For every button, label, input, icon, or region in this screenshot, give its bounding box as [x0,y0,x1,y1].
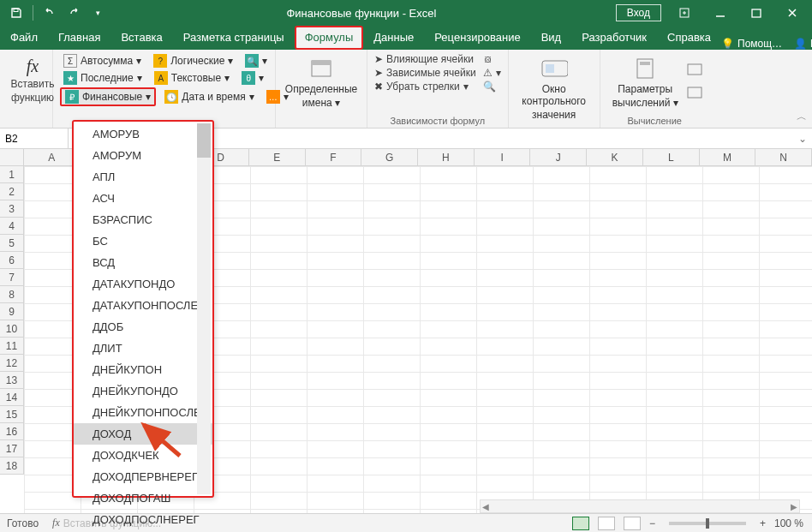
calc-now-button[interactable] [687,63,702,78]
close-icon[interactable] [779,0,805,26]
dropdown-scroll-thumb[interactable] [197,123,211,158]
financial-button[interactable]: ₽Финансовые ▾ [60,87,156,106]
redo-icon[interactable] [64,3,83,22]
qat-customize-icon[interactable]: ▾ [88,3,107,22]
row-header[interactable]: 9 [0,303,24,320]
tab-review[interactable]: Рецензирование [424,26,530,50]
dropdown-item[interactable]: ДОХОДПОСЛНЕРЕГ [74,509,212,530]
trace-dependents-button[interactable]: ➤Зависимые ячейки [374,67,476,79]
error-checking-button[interactable]: ⚠▾ [483,67,501,79]
row-header[interactable]: 13 [0,372,24,389]
dropdown-item[interactable]: ДАТАКУПОНПОСЛЕ [74,295,212,316]
math-button[interactable]: θ▾ [238,70,267,86]
row-header[interactable]: 12 [0,355,24,372]
dropdown-item[interactable]: АСЧ [74,188,212,209]
row-header[interactable]: 2 [0,183,24,200]
watch-window-button[interactable]: Окно контрольного значения [516,53,593,123]
dropdown-item[interactable]: ДОХОДПОГАШ [74,487,212,509]
text-button[interactable]: AТекстовые ▾ [151,70,233,86]
column-header[interactable]: L [643,149,700,165]
zoom-in-button[interactable]: + [760,517,766,529]
tab-file[interactable]: Файл [0,26,48,50]
status-fx-icon[interactable]: fx [52,517,60,529]
tab-insert[interactable]: Вставка [110,26,172,50]
ribbon-options-icon[interactable] [672,0,697,26]
dropdown-item[interactable]: ДАТАКУПОНДО [74,273,212,295]
view-page-layout-button[interactable] [598,517,615,530]
row-header[interactable]: 7 [0,269,24,286]
column-header[interactable]: M [700,149,756,165]
row-header[interactable]: 14 [0,389,24,406]
dropdown-scrollbar[interactable] [197,123,211,494]
view-page-break-button[interactable] [624,517,641,530]
column-header[interactable]: E [249,149,306,165]
collapse-ribbon-icon[interactable]: ︿ [797,110,807,124]
dropdown-item[interactable]: ВСД [74,252,212,273]
row-header[interactable]: 4 [0,218,24,235]
minimize-icon[interactable] [708,0,733,26]
dropdown-item[interactable]: АМОРУМ [74,145,212,166]
column-header[interactable]: I [475,149,531,165]
lookup-button[interactable]: 🔍▾ [242,53,271,69]
zoom-level[interactable]: 100 % [774,517,803,529]
defined-names-button[interactable]: Определенные имена ▾ [283,53,360,111]
autosum-button[interactable]: ΣАвтосумма ▾ [60,53,145,69]
row-header[interactable]: 15 [0,406,24,423]
dropdown-item[interactable]: БС [74,230,212,252]
zoom-out-button[interactable]: − [649,517,655,529]
row-header[interactable]: 18 [0,457,24,475]
column-header[interactable]: G [361,149,418,165]
dropdown-item[interactable]: ДЛИТ [74,338,212,359]
maximize-icon[interactable] [743,0,769,26]
select-all-corner[interactable] [0,149,24,166]
horizontal-scrollbar[interactable]: ◀ ▶ [480,499,800,513]
column-header[interactable]: K [587,149,643,165]
row-header[interactable]: 5 [0,235,24,252]
tab-data[interactable]: Данные [363,26,424,50]
tab-formulas[interactable]: Формулы [295,26,364,50]
scroll-right-icon[interactable]: ▶ [791,502,797,511]
scroll-left-icon[interactable]: ◀ [482,502,489,511]
trace-precedents-button[interactable]: ➤Влияющие ячейки [374,53,476,65]
row-header[interactable]: 10 [0,320,24,338]
tab-help[interactable]: Справка [657,26,721,50]
undo-icon[interactable] [40,3,59,22]
zoom-slider[interactable] [669,522,746,525]
column-header[interactable]: H [418,149,475,165]
logical-button[interactable]: ?Логические ▾ [150,53,236,69]
tab-view[interactable]: Вид [531,26,572,50]
remove-arrows-button[interactable]: ✖Убрать стрелки ▾ [374,81,476,93]
dropdown-item[interactable]: АМОРУВ [74,123,212,145]
show-formulas-button[interactable]: ⦻ [483,53,501,65]
dropdown-item[interactable]: ДДОБ [74,316,212,338]
insert-function-button[interactable]: fx Вставить функцию [7,53,58,104]
dropdown-item[interactable]: АПЛ [74,166,212,188]
column-header[interactable]: N [755,149,812,165]
name-box[interactable] [0,129,69,148]
tab-page-layout[interactable]: Разметка страницы [173,26,295,50]
tell-me-button[interactable]: 💡 Помощ… [721,38,782,50]
dropdown-item[interactable]: ДНЕЙКУПОН [74,359,212,380]
share-button[interactable]: 👤 Поделиться [794,38,812,50]
dropdown-item[interactable]: БЗРАСПИС [74,209,212,230]
tab-home[interactable]: Главная [48,26,110,50]
datetime-button[interactable]: 🕓Дата и время ▾ [161,87,257,106]
calc-sheet-button[interactable] [687,87,702,101]
save-icon[interactable] [7,3,26,22]
zoom-slider-thumb[interactable] [706,518,709,529]
row-header[interactable]: 11 [0,338,24,355]
dropdown-item[interactable]: ДНЕЙКУПОНДО [74,380,212,402]
evaluate-formula-button[interactable]: 🔍 [483,81,501,93]
column-header[interactable]: F [306,149,362,165]
sign-in-button[interactable]: Вход [616,4,661,21]
tab-developer[interactable]: Разработчик [571,26,657,50]
view-normal-button[interactable] [572,517,589,530]
row-header[interactable]: 1 [0,166,24,183]
calculation-options-button[interactable]: Параметры вычислений ▾ [607,53,684,111]
expand-formula-bar-icon[interactable]: ⌄ [793,133,812,145]
row-header[interactable]: 16 [0,423,24,440]
formula-input[interactable] [209,129,793,148]
row-header[interactable]: 3 [0,200,24,218]
recent-button[interactable]: ★Последние ▾ [60,70,146,86]
dropdown-item[interactable]: ДОХОДПЕРВНЕРЕГ [74,466,212,487]
